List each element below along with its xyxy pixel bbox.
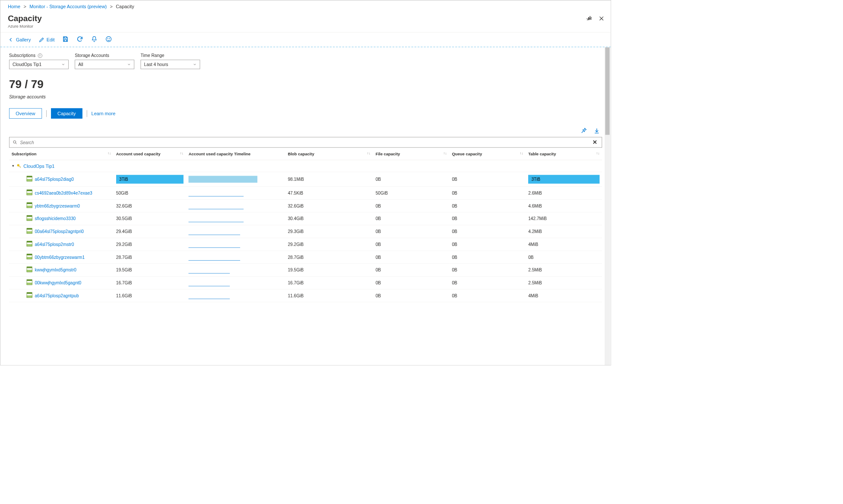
table-row: 00ybtm66zbygrzeswarm1 28.7GiB 28.7GiB 0B… bbox=[9, 251, 602, 264]
cell-table: 2.5MiB bbox=[526, 277, 602, 290]
account-count: 79 / 79 bbox=[9, 78, 602, 91]
cell-file: 0B bbox=[373, 225, 450, 238]
cell-account-capacity: 3TiB bbox=[114, 172, 186, 187]
chevron-down-icon bbox=[193, 63, 197, 66]
timeline-sparkline bbox=[189, 267, 258, 274]
info-icon[interactable]: i bbox=[38, 54, 42, 58]
filters-row: Subscriptions i CloudOps Tip1 Storage Ac… bbox=[9, 53, 602, 69]
sort-icon: ↑↓ bbox=[444, 151, 447, 155]
tab-overview[interactable]: Overview bbox=[9, 108, 42, 119]
storage-account-icon bbox=[27, 204, 32, 208]
storage-account-link[interactable]: 00kwwjhgymlxd5gagnt0 bbox=[35, 280, 81, 286]
storage-account-icon bbox=[27, 268, 32, 272]
cell-queue: 0B bbox=[450, 289, 526, 302]
cell-blob: 32.6GiB bbox=[285, 199, 373, 212]
cell-queue: 0B bbox=[450, 199, 526, 212]
table-row: a64sl75plosp2agntpub 11.6GiB 11.6GiB 0B … bbox=[9, 289, 602, 302]
time-range-label: Time Range bbox=[141, 53, 200, 58]
subscriptions-dropdown[interactable]: CloudOps Tip1 bbox=[9, 60, 69, 69]
storage-account-link[interactable]: ybtm66zbygrzeswarm0 bbox=[35, 203, 79, 208]
table-row: kwwjhgymlxd5gmstr0 19.5GiB 19.5GiB 0B 0B… bbox=[9, 264, 602, 277]
alert-icon[interactable] bbox=[91, 36, 98, 44]
table-row: a64sl75plosp2mstr0 29.2GiB 29.2GiB 0B 0B… bbox=[9, 238, 602, 251]
close-icon[interactable] bbox=[598, 16, 605, 22]
collapse-icon: ▼ bbox=[12, 164, 15, 168]
storage-account-icon bbox=[27, 230, 32, 234]
storage-account-icon bbox=[27, 255, 32, 259]
cell-account-capacity: 16.7GiB bbox=[114, 277, 186, 290]
storage-account-link[interactable]: cs4692aea0b2d89x4e7exae3 bbox=[35, 191, 92, 196]
cell-table: 2.5MiB bbox=[526, 264, 602, 277]
col-file[interactable]: File capacity↑↓ bbox=[373, 148, 450, 160]
subscriptions-label: Subscriptions i bbox=[9, 53, 69, 58]
col-blob[interactable]: Blob capacity↑↓ bbox=[285, 148, 373, 160]
storage-accounts-dropdown[interactable]: All bbox=[75, 60, 134, 69]
search-input[interactable] bbox=[20, 140, 591, 145]
cell-queue: 0B bbox=[450, 172, 526, 187]
cell-account-capacity: 32.6GiB bbox=[114, 199, 186, 212]
timeline-sparkline bbox=[189, 202, 258, 209]
col-account-capacity[interactable]: Account used capacity↑↓ bbox=[114, 148, 186, 160]
tab-capacity[interactable]: Capacity bbox=[51, 108, 82, 119]
storage-account-link[interactable]: a64sl75plosp2agntpub bbox=[35, 293, 79, 299]
cell-table: 4MiB bbox=[526, 289, 602, 302]
storage-account-link[interactable]: 00ybtm66zbygrzeswarm1 bbox=[35, 255, 85, 260]
refresh-icon[interactable] bbox=[76, 36, 83, 44]
clear-search-icon[interactable]: ✕ bbox=[592, 139, 599, 146]
table-row: cs4692aea0b2d89x4e7exae3 50GiB 47.5KiB 5… bbox=[9, 187, 602, 200]
save-icon[interactable] bbox=[62, 36, 69, 44]
download-icon[interactable] bbox=[593, 127, 600, 135]
breadcrumb: Home > Monitor - Storage Accounts (previ… bbox=[0, 0, 611, 13]
storage-account-link[interactable]: a64sl75plosp2diag0 bbox=[35, 177, 73, 182]
chevron-right-icon: > bbox=[24, 4, 26, 9]
pin-grid-icon[interactable] bbox=[580, 127, 587, 135]
cell-account-capacity: 30.5GiB bbox=[114, 212, 186, 225]
cell-file: 0B bbox=[373, 238, 450, 251]
cell-queue: 0B bbox=[450, 264, 526, 277]
cell-table: 4.6MiB bbox=[526, 199, 602, 212]
storage-account-link[interactable]: kwwjhgymlxd5gmstr0 bbox=[35, 268, 76, 273]
gallery-button[interactable]: Gallery bbox=[8, 36, 31, 43]
cell-queue: 0B bbox=[450, 212, 526, 225]
col-subscription[interactable]: Subscription↑↓ bbox=[9, 148, 114, 160]
cell-account-capacity: 29.4GiB bbox=[114, 225, 186, 238]
storage-account-link[interactable]: 00a64sl75plosp2agntpri0 bbox=[35, 229, 83, 234]
breadcrumb-monitor[interactable]: Monitor - Storage Accounts (preview) bbox=[29, 4, 107, 9]
cell-blob: 16.7GiB bbox=[285, 277, 373, 290]
feedback-icon[interactable] bbox=[105, 36, 112, 44]
subscription-group-row[interactable]: ▼ CloudOps Tip1 bbox=[9, 160, 602, 172]
storage-account-link[interactable]: a64sl75plosp2mstr0 bbox=[35, 242, 74, 247]
table-row: a64sl75plosp2diag0 3TiB 98.1MiB 0B 0B 3T… bbox=[9, 172, 602, 187]
cell-blob: 28.7GiB bbox=[285, 251, 373, 264]
storage-account-link[interactable]: sflogsshicidemo3330 bbox=[35, 216, 76, 221]
time-range-dropdown[interactable]: Last 4 hours bbox=[141, 60, 200, 69]
col-timeline[interactable]: Account used capacity Timeline bbox=[186, 148, 285, 160]
col-table[interactable]: Table capacity↑↓ bbox=[526, 148, 602, 160]
col-queue[interactable]: Queue capacity↑↓ bbox=[450, 148, 526, 160]
table-row: ybtm66zbygrzeswarm0 32.6GiB 32.6GiB 0B 0… bbox=[9, 199, 602, 212]
cell-queue: 0B bbox=[450, 238, 526, 251]
timeline-sparkline bbox=[189, 176, 258, 183]
pin-icon[interactable] bbox=[586, 16, 592, 22]
tabs-row: Overview Capacity Learn more bbox=[9, 108, 602, 119]
cell-account-capacity: 50GiB bbox=[114, 187, 186, 200]
cell-queue: 0B bbox=[450, 225, 526, 238]
edit-button[interactable]: Edit bbox=[38, 36, 55, 43]
vertical-scrollbar[interactable] bbox=[605, 47, 610, 365]
sort-icon: ↑↓ bbox=[180, 151, 184, 155]
cell-queue: 0B bbox=[450, 187, 526, 200]
timeline-sparkline bbox=[189, 241, 258, 248]
cell-blob: 11.6GiB bbox=[285, 289, 373, 302]
cell-table: 2.6MiB bbox=[526, 187, 602, 200]
cell-file: 50GiB bbox=[373, 187, 450, 200]
scrollbar-thumb[interactable] bbox=[605, 47, 609, 135]
learn-more-link[interactable]: Learn more bbox=[92, 111, 116, 116]
divider bbox=[46, 110, 47, 117]
key-icon bbox=[16, 164, 22, 169]
table-row: 00kwwjhgymlxd5gagnt0 16.7GiB 16.7GiB 0B … bbox=[9, 277, 602, 290]
chevron-down-icon bbox=[61, 63, 65, 66]
timeline-sparkline bbox=[189, 215, 258, 222]
svg-point-2 bbox=[109, 38, 110, 39]
search-box[interactable]: ✕ bbox=[9, 137, 602, 148]
breadcrumb-home[interactable]: Home bbox=[8, 4, 20, 9]
